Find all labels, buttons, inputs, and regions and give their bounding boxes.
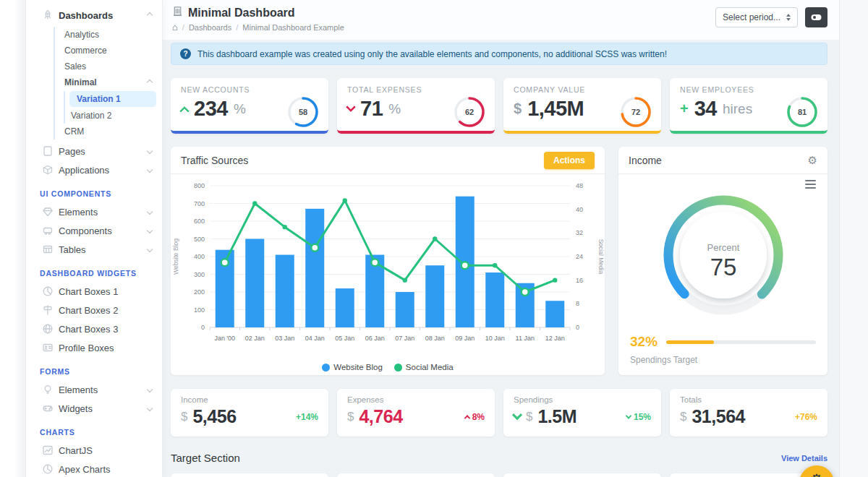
chevron-up-icon <box>147 12 153 18</box>
sidebar-item-chart-boxes-3[interactable]: Chart Boxes 3 <box>26 319 162 338</box>
legend-dot-icon <box>394 364 402 371</box>
breadcrumb-dashboards[interactable]: Dashboards <box>189 23 231 32</box>
globe-icon <box>42 323 54 335</box>
svg-text:40: 40 <box>576 206 583 213</box>
page-icon <box>42 145 54 157</box>
svg-text:0: 0 <box>576 324 579 331</box>
chevron-down-icon <box>147 246 153 252</box>
actions-button[interactable]: Actions <box>544 152 595 169</box>
svg-text:Percent: Percent <box>707 242 739 253</box>
svg-text:16: 16 <box>576 277 583 284</box>
chevron-down-icon <box>147 228 153 233</box>
svg-text:05 Jan: 05 Jan <box>335 335 354 342</box>
delta-up-icon <box>464 415 469 421</box>
chevron-down-icon <box>147 405 153 411</box>
gear-icon[interactable]: ⚙ <box>808 155 817 166</box>
chart-legend: Website Blog Social Media <box>171 363 605 371</box>
svg-text:08 Jan: 08 Jan <box>425 335 445 342</box>
target-cards-row <box>171 473 827 477</box>
sidebar-item-elements[interactable]: Elements <box>26 202 162 221</box>
sidebar-item-components[interactable]: Components <box>26 221 162 240</box>
legend-website-blog[interactable]: Website Blog <box>322 363 383 371</box>
svg-text:09 Jan: 09 Jan <box>455 335 475 342</box>
svg-text:02 Jan: 02 Jan <box>245 335 265 342</box>
svg-text:800: 800 <box>194 182 205 189</box>
summary-card-expenses: Expenses $ 4,764 8% <box>337 389 495 437</box>
chevron-down-icon <box>147 167 153 173</box>
progress-ring: 62 <box>453 95 486 129</box>
home-icon[interactable]: ⌂ <box>172 22 178 32</box>
sidebar-item-apex-charts[interactable]: Apex Charts <box>26 460 162 477</box>
section-header-charts: CHARTS <box>26 418 162 441</box>
line-chart-icon <box>42 444 54 456</box>
percent-gauge: Percent 75 <box>630 184 816 329</box>
chevron-down-icon <box>147 387 153 392</box>
sidebar-item-chartjs[interactable]: ChartJS <box>26 441 162 460</box>
period-select[interactable]: Select period... <box>715 7 798 27</box>
summary-cards-row: Income $ 5,456 +14% Expenses $ 4,764 8% … <box>171 389 827 437</box>
sidebar-item-sales[interactable]: Sales <box>55 59 162 74</box>
rocket-icon <box>42 9 54 21</box>
svg-text:300: 300 <box>194 271 205 278</box>
sidebar-item-minimal[interactable]: Minimal <box>55 74 162 90</box>
pie-chart-icon <box>42 285 54 297</box>
sidebar-item-analytics[interactable]: Analytics <box>55 27 162 43</box>
sidebar-item-crm[interactable]: CRM <box>55 124 162 139</box>
display-toggle-icon <box>810 13 822 22</box>
sidebar-item-profile-boxes[interactable]: Profile Boxes <box>26 338 162 357</box>
svg-text:10 Jan: 10 Jan <box>485 335 505 342</box>
diamond-icon <box>42 206 54 218</box>
svg-text:8: 8 <box>576 300 579 307</box>
sidebar: Dashboards Analytics Commerce Sales Mini… <box>26 0 163 477</box>
right-gutter <box>839 0 868 477</box>
chevron-down-icon <box>147 209 153 215</box>
svg-text:700: 700 <box>194 200 205 207</box>
svg-text:04 Jan: 04 Jan <box>305 335 325 342</box>
svg-text:12 Jan: 12 Jan <box>545 335 565 342</box>
view-details-link[interactable]: View Details <box>781 454 827 463</box>
sidebar-item-variation-1-active[interactable]: Variation 1 <box>69 91 156 107</box>
income-panel: Income ⚙ <box>618 147 827 375</box>
bulb-icon <box>42 384 54 395</box>
sidebar-item-chart-boxes-2[interactable]: Chart Boxes 2 <box>26 301 162 319</box>
svg-text:48: 48 <box>576 182 583 189</box>
sidebar-item-form-elements[interactable]: Elements <box>26 380 162 399</box>
main-area: Minimal Dashboard ⌂ / Dashboards / Minim… <box>163 0 839 477</box>
box-icon <box>42 164 54 176</box>
sidebar-item-pages[interactable]: Pages <box>26 142 162 160</box>
sidebar-item-variation-2[interactable]: Variation 2 <box>65 108 162 124</box>
sidebar-item-tables[interactable]: Tables <box>26 240 162 259</box>
card-partial <box>503 473 661 477</box>
svg-text:200: 200 <box>194 288 205 296</box>
page-title: Minimal Dashboard <box>188 7 295 20</box>
sidebar-item-dashboards[interactable]: Dashboards <box>26 6 162 25</box>
sidebar-item-chart-boxes-1[interactable]: Chart Boxes 1 <box>26 282 162 301</box>
gear-icon: ⚙ <box>810 470 823 477</box>
breadcrumb: ⌂ / Dashboards / Minimal Dashboard Examp… <box>172 22 344 32</box>
sidebar-item-applications[interactable]: Applications <box>26 160 162 179</box>
target-section-title: Target Section <box>171 452 240 464</box>
traffic-chart: 0100200300400500600700800081624324048Jan… <box>171 177 605 359</box>
collapsed-left-rail <box>0 0 26 477</box>
section-header-ui-components: UI COMPONENTS <box>26 179 162 202</box>
traffic-sources-panel: Traffic Sources Actions 0100200300400500… <box>171 147 605 375</box>
stat-cards-row: NEW ACCOUNTS 234 % 58 TOTAL EXPENSES 71 … <box>171 78 827 134</box>
legend-social-media[interactable]: Social Media <box>394 363 454 371</box>
info-alert: ? This dashboard example was created usi… <box>171 43 827 65</box>
display-toggle-button[interactable] <box>805 7 827 27</box>
pie-wedge-icon <box>42 463 54 475</box>
svg-text:0: 0 <box>201 324 205 331</box>
trend-down-icon <box>346 102 356 112</box>
stat-card-total-expenses: TOTAL EXPENSES 71 % 62 <box>337 78 495 134</box>
section-header-forms: FORMS <box>26 357 162 380</box>
card-partial <box>171 473 328 477</box>
sidebar-item-widgets[interactable]: Widgets <box>26 399 162 418</box>
svg-text:Website Blog: Website Blog <box>172 239 179 275</box>
svg-text:100: 100 <box>194 306 205 314</box>
svg-text:400: 400 <box>194 253 205 260</box>
sidebar-item-commerce[interactable]: Commerce <box>55 43 162 59</box>
sidebar-item-label: Dashboards <box>59 10 113 21</box>
svg-text:11 Jan: 11 Jan <box>516 335 535 342</box>
progress-ring: 72 <box>619 95 652 129</box>
stat-card-company-value: COMPANY VALUE $ 1,45M 72 <box>503 78 661 134</box>
